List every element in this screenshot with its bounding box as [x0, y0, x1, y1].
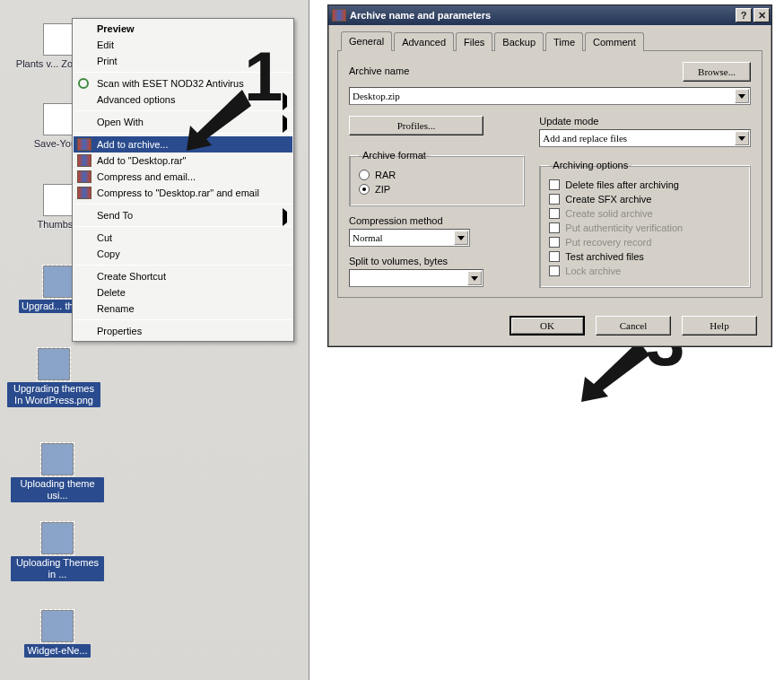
- separator: [74, 226, 292, 227]
- archive-dialog: Archive name and parameters ? ✕ General …: [327, 4, 772, 347]
- archive-name-value: Desktop.zip: [353, 91, 400, 101]
- radio-rar[interactable]: [359, 170, 370, 180]
- menu-rename[interactable]: Rename: [74, 301, 292, 317]
- tab-advanced[interactable]: Advanced: [394, 32, 454, 51]
- menu-add-to-desktop-rar-label: Add to "Desktop.rar": [97, 155, 187, 166]
- chk-test[interactable]: [549, 251, 560, 262]
- chk-recovery: [549, 237, 560, 248]
- close-button[interactable]: ✕: [754, 8, 770, 22]
- menu-scan-eset-label: Scan with ESET NOD32 Antivirus: [97, 78, 244, 89]
- radio-zip-label: ZIP: [375, 184, 390, 195]
- tab-files[interactable]: Files: [456, 32, 492, 51]
- browse-button[interactable]: Browse...: [683, 62, 751, 82]
- svg-marker-0: [187, 90, 251, 151]
- file-icon: [43, 184, 75, 216]
- profiles-button[interactable]: Profiles...: [349, 116, 483, 135]
- dialog-button-row: OK Cancel Help: [328, 307, 771, 346]
- archiving-options-group: Archiving options Delete files after arc…: [539, 160, 751, 288]
- menu-cut[interactable]: Cut: [74, 230, 292, 246]
- menu-compress-email-label: Compress and email...: [97, 171, 196, 182]
- file-icon: [38, 348, 70, 380]
- tab-backup[interactable]: Backup: [494, 32, 544, 51]
- tab-time[interactable]: Time: [545, 32, 583, 51]
- tabstrip: General Advanced Files Backup Time Comme…: [337, 31, 762, 51]
- separator: [74, 204, 292, 205]
- winrar-icon: [77, 170, 91, 183]
- archive-name-label: Archive name: [349, 65, 409, 76]
- chk-sfx[interactable]: [549, 194, 560, 205]
- desktop-icon-label: Uploading theme usi...: [11, 477, 104, 502]
- update-mode-combo[interactable]: Add and replace files: [539, 129, 751, 147]
- menu-compress-email[interactable]: Compress and email...: [74, 169, 292, 185]
- arrow-icon: [179, 90, 251, 153]
- eset-icon: [77, 77, 91, 90]
- desktop-icon[interactable]: Uploading Themes in ...: [9, 522, 106, 581]
- chk-sfx-label: Create SFX archive: [565, 194, 651, 205]
- menu-compress-desktop-email-label: Compress to "Desktop.rar" and email: [97, 187, 259, 198]
- chk-delete-after-label: Delete files after archiving: [565, 179, 679, 190]
- update-mode-label: Update mode: [539, 116, 751, 126]
- chevron-right-icon: [283, 118, 287, 129]
- menu-copy[interactable]: Copy: [74, 246, 292, 262]
- menu-send-to-label: Send To: [97, 210, 133, 221]
- chk-recovery-label: Put recovery record: [565, 237, 651, 248]
- help-button[interactable]: ?: [736, 8, 752, 22]
- winrar-icon: [77, 138, 91, 151]
- split-volumes-label: Split to volumes, bytes: [349, 256, 525, 266]
- update-mode-value: Add and replace files: [543, 133, 627, 144]
- menu-create-shortcut[interactable]: Create Shortcut: [74, 268, 292, 284]
- chevron-down-icon[interactable]: [467, 271, 482, 285]
- compression-method-label: Compression method: [349, 215, 525, 226]
- archive-name-combo[interactable]: Desktop.zip: [349, 87, 751, 105]
- desktop-icon[interactable]: Upgrading themes In WordPress.png: [5, 348, 102, 407]
- ok-button[interactable]: OK: [510, 316, 585, 336]
- chk-test-label: Test archived files: [565, 251, 643, 262]
- radio-zip[interactable]: [359, 184, 370, 195]
- chk-auth: [549, 222, 560, 233]
- arrow-icon: [574, 341, 649, 404]
- menu-preview[interactable]: Preview: [74, 21, 292, 37]
- menu-advanced-options-label: Advanced options: [97, 94, 175, 105]
- menu-open-with-label: Open With: [97, 117, 144, 127]
- titlebar[interactable]: Archive name and parameters ? ✕: [328, 5, 771, 25]
- file-icon: [41, 443, 74, 475]
- svg-marker-2: [581, 341, 649, 402]
- help-button[interactable]: Help: [682, 316, 757, 336]
- winrar-icon: [332, 9, 346, 22]
- desktop-icon[interactable]: Uploading theme usi...: [9, 443, 106, 502]
- desktop-icon-label: Upgrading themes In WordPress.png: [7, 382, 100, 407]
- archive-format-label: Archive format: [359, 150, 430, 161]
- chevron-down-icon[interactable]: [735, 131, 749, 145]
- menu-properties[interactable]: Properties: [74, 323, 292, 339]
- compression-method-combo[interactable]: Normal: [349, 229, 470, 247]
- cancel-button[interactable]: Cancel: [596, 316, 671, 336]
- desktop-icon-label: Widget-eNe...: [24, 644, 90, 658]
- menu-send-to[interactable]: Send To: [74, 207, 292, 223]
- menu-compress-desktop-email[interactable]: Compress to "Desktop.rar" and email: [74, 185, 292, 201]
- menu-delete[interactable]: Delete: [74, 284, 292, 301]
- winrar-icon: [77, 154, 91, 167]
- chk-lock-label: Lock archive: [565, 266, 621, 276]
- file-icon: [41, 610, 74, 642]
- compression-method-value: Normal: [353, 232, 383, 243]
- chevron-down-icon[interactable]: [735, 89, 749, 103]
- desktop-icon-label: Uploading Themes in ...: [11, 556, 104, 581]
- file-icon: [43, 266, 75, 298]
- chk-delete-after[interactable]: [549, 179, 560, 190]
- split-volumes-combo[interactable]: [349, 269, 483, 287]
- file-icon: [43, 23, 75, 56]
- separator: [74, 319, 292, 320]
- archiving-options-label: Archiving options: [549, 160, 632, 170]
- archive-format-group: Archive format RAR ZIP: [349, 150, 525, 206]
- menu-add-to-desktop-rar[interactable]: Add to "Desktop.rar": [74, 153, 292, 169]
- tab-comment[interactable]: Comment: [585, 32, 644, 51]
- file-icon: [41, 522, 74, 554]
- tab-content: Archive name Browse... Desktop.zip Profi…: [337, 51, 762, 298]
- chk-solid: [549, 208, 560, 219]
- tab-general[interactable]: General: [341, 31, 392, 51]
- desktop-icon[interactable]: Widget-eNe...: [9, 610, 106, 658]
- file-icon: [43, 103, 75, 135]
- chk-lock: [549, 266, 560, 276]
- chevron-down-icon[interactable]: [454, 231, 468, 245]
- winrar-icon: [77, 187, 91, 199]
